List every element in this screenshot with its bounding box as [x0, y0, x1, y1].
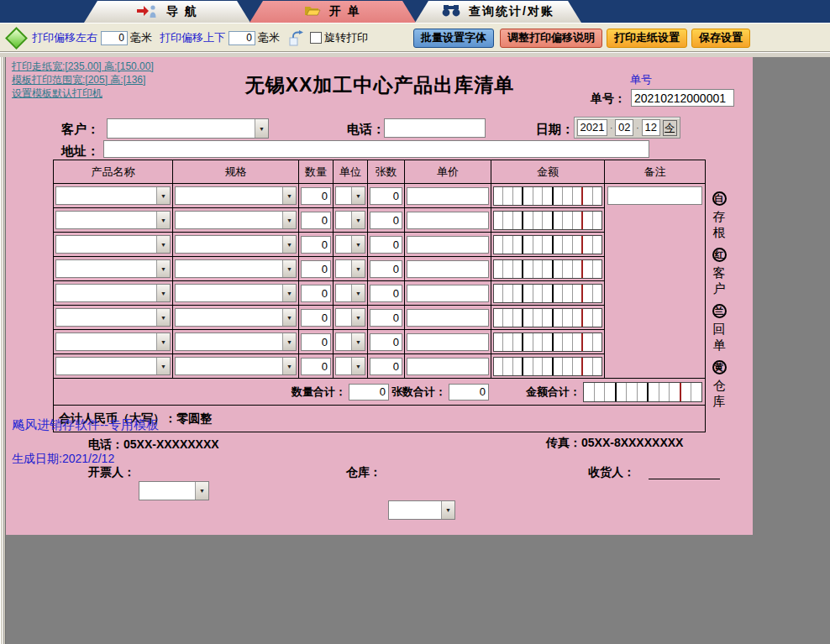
unit-combo[interactable]: ▼: [335, 235, 365, 254]
quantity-input[interactable]: [301, 309, 331, 327]
unit-price-input[interactable]: [407, 333, 489, 351]
address-input[interactable]: [103, 140, 649, 158]
quantity-input[interactable]: [301, 285, 331, 302]
product-name-combo[interactable]: ▼: [55, 308, 171, 327]
quantity-input[interactable]: [301, 260, 331, 278]
dropdown-arrow-icon[interactable]: ▼: [441, 501, 454, 519]
dropdown-arrow-icon[interactable]: ▼: [156, 212, 170, 228]
vertical-splitter[interactable]: [0, 57, 6, 644]
spec-combo[interactable]: ▼: [175, 332, 297, 351]
dropdown-arrow-icon[interactable]: ▼: [351, 333, 365, 350]
qty-total-input[interactable]: [349, 384, 389, 401]
spec-combo[interactable]: ▼: [175, 357, 297, 375]
save-settings-button[interactable]: 保存设置: [691, 29, 750, 48]
dropdown-arrow-icon[interactable]: ▼: [282, 236, 296, 253]
sheets-input[interactable]: [370, 358, 402, 375]
tab-navigation[interactable]: 导 航: [84, 1, 250, 23]
dropdown-arrow-icon[interactable]: ▼: [351, 358, 365, 374]
issuer-combo[interactable]: ▼: [139, 481, 209, 500]
order-no-input[interactable]: [631, 89, 734, 107]
dropdown-arrow-icon[interactable]: ▼: [282, 358, 296, 374]
date-today-button[interactable]: 今: [663, 120, 677, 136]
dropdown-arrow-icon[interactable]: ▼: [156, 187, 170, 204]
unit-price-input[interactable]: [407, 285, 489, 302]
dropdown-arrow-icon[interactable]: ▼: [282, 187, 296, 204]
template-range-link[interactable]: 模板打印范围宽:[205] 高:[136]: [12, 73, 145, 87]
sheets-total-input[interactable]: [449, 384, 489, 401]
dropdown-arrow-icon[interactable]: ▼: [351, 285, 365, 301]
date-picker[interactable]: 2021 · 02 · 12 今: [574, 117, 680, 139]
unit-price-input[interactable]: [407, 260, 489, 278]
order-no-link[interactable]: 单号: [630, 72, 652, 87]
product-name-combo[interactable]: ▼: [55, 211, 171, 229]
sheets-input[interactable]: [370, 212, 402, 229]
dropdown-arrow-icon[interactable]: ▼: [282, 309, 296, 326]
unit-price-input[interactable]: [407, 358, 489, 375]
sheets-input[interactable]: [370, 187, 402, 205]
dropdown-arrow-icon[interactable]: ▼: [156, 260, 170, 277]
spec-combo[interactable]: ▼: [175, 186, 297, 205]
dropdown-arrow-icon[interactable]: ▼: [195, 482, 208, 500]
dropdown-arrow-icon[interactable]: ▼: [255, 119, 268, 138]
product-name-combo[interactable]: ▼: [55, 284, 171, 302]
unit-combo[interactable]: ▼: [335, 357, 365, 375]
quantity-input[interactable]: [301, 187, 331, 205]
quantity-input[interactable]: [301, 358, 331, 375]
batch-font-button[interactable]: 批量设置字体: [413, 29, 494, 48]
dropdown-arrow-icon[interactable]: ▼: [351, 187, 365, 204]
unit-price-input[interactable]: [407, 212, 489, 229]
tab-billing[interactable]: 开 单: [250, 1, 416, 23]
tab-query-stats[interactable]: 查询统计/对账: [415, 1, 581, 23]
unit-price-input[interactable]: [407, 187, 489, 205]
spec-combo[interactable]: ▼: [175, 284, 297, 302]
unit-combo[interactable]: ▼: [335, 211, 365, 229]
dropdown-arrow-icon[interactable]: ▼: [282, 260, 296, 277]
quantity-input[interactable]: [301, 236, 331, 254]
rotate-print-checkbox[interactable]: [310, 32, 322, 44]
product-name-combo[interactable]: ▼: [55, 186, 171, 205]
unit-combo[interactable]: ▼: [335, 284, 365, 302]
dropdown-arrow-icon[interactable]: ▼: [156, 285, 170, 301]
dropdown-arrow-icon[interactable]: ▼: [282, 333, 296, 350]
paper-feed-settings-button[interactable]: 打印走纸设置: [607, 29, 687, 48]
phone-input[interactable]: [384, 118, 486, 138]
paper-size-link[interactable]: 打印走纸宽:[235.00] 高:[150.00]: [12, 60, 154, 74]
unit-combo[interactable]: ▼: [335, 186, 365, 205]
dropdown-arrow-icon[interactable]: ▼: [351, 236, 365, 253]
sheets-input[interactable]: [370, 285, 402, 302]
unit-price-input[interactable]: [407, 236, 489, 254]
dropdown-arrow-icon[interactable]: ▼: [282, 212, 296, 228]
customer-combo[interactable]: ▼: [107, 118, 269, 139]
offset-ud-input[interactable]: [229, 31, 255, 45]
spec-combo[interactable]: ▼: [175, 211, 297, 229]
date-month-segment[interactable]: 02: [615, 119, 633, 136]
dropdown-arrow-icon[interactable]: ▼: [282, 285, 296, 301]
dropdown-arrow-icon[interactable]: ▼: [351, 309, 365, 326]
product-name-combo[interactable]: ▼: [55, 235, 171, 254]
sheets-input[interactable]: [370, 333, 402, 351]
quantity-input[interactable]: [301, 212, 331, 229]
date-year-segment[interactable]: 2021: [577, 119, 607, 136]
sheets-input[interactable]: [370, 309, 402, 327]
unit-combo[interactable]: ▼: [335, 308, 365, 327]
warehouse-combo[interactable]: ▼: [388, 500, 455, 520]
product-name-combo[interactable]: ▼: [55, 259, 171, 278]
dropdown-arrow-icon[interactable]: ▼: [156, 358, 170, 374]
spec-combo[interactable]: ▼: [175, 235, 297, 254]
product-name-combo[interactable]: ▼: [55, 357, 171, 375]
date-day-segment[interactable]: 12: [642, 119, 660, 136]
default-printer-link[interactable]: 设置模板默认打印机: [12, 86, 102, 101]
adjust-offset-help-button[interactable]: 调整打印偏移说明: [500, 29, 602, 48]
sheets-input[interactable]: [370, 260, 402, 278]
dropdown-arrow-icon[interactable]: ▼: [156, 333, 170, 350]
spec-combo[interactable]: ▼: [175, 308, 297, 327]
spec-combo[interactable]: ▼: [175, 259, 297, 278]
remark-input[interactable]: [607, 186, 702, 205]
dropdown-arrow-icon[interactable]: ▼: [156, 309, 170, 326]
unit-price-input[interactable]: [407, 309, 489, 327]
dropdown-arrow-icon[interactable]: ▼: [156, 236, 170, 253]
unit-combo[interactable]: ▼: [335, 259, 365, 278]
offset-lr-input[interactable]: [101, 31, 128, 45]
dropdown-arrow-icon[interactable]: ▼: [351, 260, 365, 277]
quantity-input[interactable]: [301, 333, 331, 351]
